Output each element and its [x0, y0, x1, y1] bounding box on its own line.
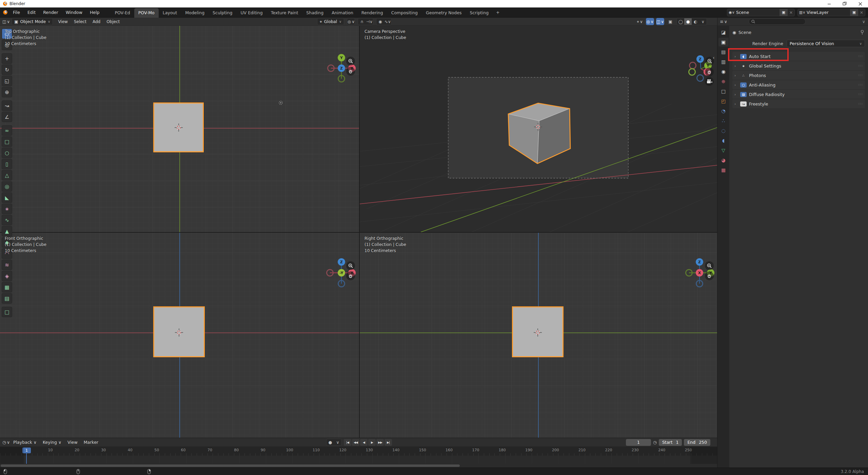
tool-measure[interactable]: ∠: [2, 112, 12, 122]
shading-material-button[interactable]: ◐: [692, 18, 699, 25]
zoom-button[interactable]: [705, 261, 714, 270]
workspace-tab-pov-mo[interactable]: POV-Mo: [134, 8, 159, 18]
tool-pov-torus[interactable]: ◎: [2, 181, 12, 192]
tool-pov-isosurface[interactable]: ▦: [2, 282, 12, 292]
expand-chevron-icon[interactable]: ›: [734, 102, 738, 106]
properties-tab-texture[interactable]: ▦: [718, 166, 729, 174]
shading-dropdown[interactable]: ∨: [699, 18, 707, 25]
viewport-menu-add[interactable]: Add: [90, 19, 103, 24]
properties-tab-object-data[interactable]: ▽: [718, 146, 729, 155]
gizmo-axis-negative[interactable]: [696, 280, 703, 287]
drag-handle-icon[interactable]: ∷∷: [859, 74, 863, 77]
gizmo-axis-z[interactable]: Z: [696, 55, 704, 63]
workspace-tab-shading[interactable]: Shading: [302, 8, 328, 18]
tool-move[interactable]: +: [2, 53, 12, 64]
expand-chevron-icon[interactable]: ›: [734, 64, 738, 68]
pan-button[interactable]: [346, 67, 355, 76]
workspace-tab-uv-editing[interactable]: UV Editing: [236, 8, 267, 18]
copy-viewlayer-button[interactable]: ▣: [850, 9, 858, 16]
timeline-scrollbar[interactable]: [1, 464, 460, 467]
show-overlays-button[interactable]: ◎∨: [646, 18, 654, 25]
workspace-tab-sculpting[interactable]: Sculpting: [209, 8, 236, 18]
cube-object[interactable]: [153, 102, 204, 152]
playhead[interactable]: [26, 453, 27, 464]
viewport-menu-select[interactable]: Select: [71, 19, 90, 24]
timeline-tracks[interactable]: [0, 456, 717, 464]
restore-button[interactable]: [837, 0, 852, 7]
panel-diffuse-radiosity[interactable]: ›▨Diffuse Radiosity∷∷: [732, 90, 865, 99]
drag-handle-icon[interactable]: ∷∷: [859, 102, 863, 106]
cube-object[interactable]: [153, 306, 205, 357]
shading-wireframe-button[interactable]: ◯: [677, 18, 684, 25]
expand-chevron-icon[interactable]: ›: [734, 54, 738, 59]
drag-handle-icon[interactable]: ∷∷: [859, 64, 863, 68]
gizmo-axis-negative[interactable]: [338, 280, 345, 287]
proportional-edit-icon[interactable]: ◉: [376, 18, 384, 25]
properties-search-input[interactable]: [749, 18, 806, 25]
cube-object[interactable]: [512, 306, 564, 357]
tool-pov-box[interactable]: □: [2, 136, 12, 147]
viewport-menu-object[interactable]: Object: [103, 19, 123, 24]
menu-window[interactable]: Window: [62, 10, 86, 15]
tool-transform[interactable]: ⊕: [2, 87, 12, 97]
workspace-tab-texture-paint[interactable]: Texture Paint: [267, 8, 302, 18]
pin-icon[interactable]: [860, 30, 865, 35]
timeline-menu-view[interactable]: View: [64, 440, 81, 445]
tool-pov-rainbow[interactable]: ◠: [2, 248, 12, 259]
properties-tab-modifiers[interactable]: ◔: [718, 107, 729, 115]
viewport-menu-view[interactable]: View: [55, 19, 71, 24]
tool-select-box[interactable]: ▭: [2, 28, 12, 39]
properties-tab-view-layer[interactable]: ▥: [718, 57, 729, 66]
proportional-falloff-selector[interactable]: ∿ ∨: [384, 18, 391, 25]
properties-tab-particles[interactable]: ∴: [718, 116, 729, 125]
add-workspace-button[interactable]: +: [493, 8, 503, 17]
properties-tab-collection[interactable]: □: [718, 87, 729, 96]
panel-freestyle[interactable]: ›↝Freestyle∷∷: [732, 99, 865, 108]
gizmo-axis-x[interactable]: X: [696, 269, 703, 277]
camera-button[interactable]: [705, 77, 714, 86]
workspace-tab-rendering[interactable]: Rendering: [357, 8, 387, 18]
tool-pov-cylinder[interactable]: ▯: [2, 159, 12, 169]
properties-tab-material[interactable]: ◕: [718, 156, 729, 165]
panel-anti-aliasing[interactable]: ›○Anti-Aliasing∷∷: [732, 80, 865, 89]
workspace-tab-pov-ed[interactable]: POV-Ed: [111, 8, 134, 18]
properties-tab-scene[interactable]: ◉: [718, 67, 729, 76]
gizmo-axis-y[interactable]: Y: [338, 54, 345, 61]
prev-keyframe-button[interactable]: ◀◀: [352, 439, 359, 446]
pan-button[interactable]: [705, 271, 714, 280]
transform-orientation-selector[interactable]: ⌖ Global∨: [317, 18, 344, 25]
record-options-dropdown[interactable]: ∨: [334, 439, 341, 445]
workspace-tab-modeling[interactable]: Modeling: [181, 8, 209, 18]
tool-pov-lamp[interactable]: ◈: [2, 271, 12, 281]
minimize-button[interactable]: [821, 0, 837, 7]
pan-button[interactable]: [705, 68, 714, 76]
menu-help[interactable]: Help: [86, 10, 103, 15]
scene-name[interactable]: Scene: [736, 10, 780, 15]
gizmo-axis-z[interactable]: Z: [338, 64, 345, 72]
tool-annotate[interactable]: ↝: [2, 100, 12, 111]
gizmo-axis-negative[interactable]: [338, 75, 345, 82]
properties-tab-tool[interactable]: ◪: [718, 28, 729, 37]
properties-tab-object[interactable]: ◰: [718, 97, 729, 106]
tool-pov-infinite-plane[interactable]: ∞: [2, 125, 12, 136]
editor-type-button[interactable]: ◫ ∨: [2, 18, 10, 25]
tool-pov-lathe[interactable]: ∿: [2, 215, 12, 225]
drag-handle-icon[interactable]: ∷∷: [859, 93, 863, 96]
jump-to-end-button[interactable]: ▶|: [384, 439, 392, 446]
record-button[interactable]: ●: [327, 439, 334, 445]
workspace-tab-compositing[interactable]: Compositing: [387, 8, 422, 18]
tool-pov-cone[interactable]: △: [2, 170, 12, 180]
gizmo-axis--y[interactable]: -Y: [338, 269, 345, 277]
close-button[interactable]: [852, 0, 868, 7]
properties-tab-world[interactable]: ⊕: [718, 77, 729, 86]
panel-photons[interactable]: ›∴Photons∷∷: [732, 71, 865, 80]
tool-pov-sphere[interactable]: ○: [2, 148, 12, 158]
pivot-point-selector[interactable]: ◎∨: [347, 18, 355, 25]
tool-scale[interactable]: ◱: [2, 76, 12, 86]
expand-chevron-icon[interactable]: ›: [734, 73, 738, 78]
show-gizmo-button[interactable]: ⌖∨: [636, 18, 644, 25]
tool-cursor[interactable]: ◎: [2, 40, 12, 50]
workspace-tab-scripting[interactable]: Scripting: [466, 8, 493, 18]
tool-pov-cube-mesh[interactable]: □: [2, 307, 12, 317]
viewport-camera[interactable]: [360, 26, 717, 232]
